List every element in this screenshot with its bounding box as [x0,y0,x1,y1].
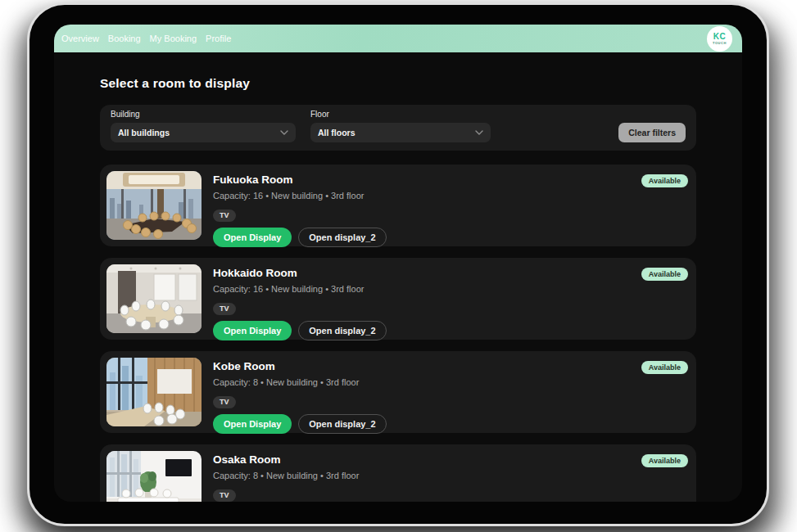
room-tags: TV [213,486,690,502]
room-details: Capacity: 8 • New building • 3rd floor [213,378,690,387]
open-display-button[interactable]: Open Display [213,228,292,247]
room-info: Hokkaido Room Capacity: 16 • New buildin… [213,264,690,333]
room-card: Osaka Room Capacity: 8 • New building • … [100,444,696,502]
tv-tag: TV [213,396,236,408]
open-display2-button[interactable]: Open display_2 [298,228,386,247]
building-filter-group: Building All buildings [111,110,296,142]
tablet-frame: OverviewBookingMy BookingProfile KC TOUC… [27,2,769,526]
nav-item-my-booking[interactable]: My Booking [150,34,197,43]
room-details: Capacity: 16 • New building • 3rd floor [213,192,690,201]
floor-filter-group: Floor All floors [310,110,491,142]
open-display-button[interactable]: Open Display [213,321,292,340]
logo-text-kc: KC [713,33,726,41]
main-content: Select a room to display Building All bu… [54,76,742,502]
room-info: Fukuoka Room Capacity: 16 • New building… [213,171,690,240]
tv-tag: TV [213,303,236,315]
tv-tag: TV [213,210,236,222]
room-info: Osaka Room Capacity: 8 • New building • … [213,451,690,502]
room-details: Capacity: 16 • New building • 3rd floor [213,285,690,294]
nav-item-profile[interactable]: Profile [206,34,231,43]
nav-item-booking[interactable]: Booking [108,34,141,43]
room-info: Kobe Room Capacity: 8 • New building • 3… [213,358,690,426]
room-photo [106,264,202,333]
room-card: Fukuoka Room Capacity: 16 • New building… [100,165,696,246]
building-filter-label: Building [111,110,296,119]
floor-select[interactable]: All floors [310,123,491,142]
room-name: Fukuoka Room [213,174,690,186]
status-badge: Available [641,361,688,374]
room-photo [106,358,202,426]
room-card: Hokkaido Room Capacity: 16 • New buildin… [100,258,696,340]
room-tags: TV [213,393,690,408]
nav-item-overview[interactable]: Overview [61,34,99,43]
chevron-down-icon [280,130,288,135]
floor-filter-label: Floor [310,110,491,119]
kc-touch-logo: KC TOUCH [707,26,732,52]
room-tags: TV [213,206,690,222]
status-badge: Available [641,454,688,467]
room-photo [106,171,202,240]
room-card: Kobe Room Capacity: 8 • New building • 3… [100,351,696,433]
open-display2-button[interactable]: Open display_2 [298,321,386,340]
chevron-down-icon [475,130,483,135]
room-actions: Open Display Open display_2 [213,228,690,247]
clear-filters-button[interactable]: Clear filters [618,123,686,142]
top-navbar: OverviewBookingMy BookingProfile KC TOUC… [54,25,742,52]
building-select[interactable]: All buildings [111,123,296,142]
logo-text-touch: TOUCH [713,42,727,45]
room-name: Hokkaido Room [213,268,690,279]
room-list: Fukuoka Room Capacity: 16 • New building… [100,165,696,502]
nav-menu: OverviewBookingMy BookingProfile [61,34,231,43]
tv-tag: TV [213,489,236,502]
status-badge: Available [641,268,688,281]
room-details: Capacity: 8 • New building • 3rd floor [213,471,690,480]
room-photo [106,451,202,502]
building-select-value: All buildings [118,128,170,138]
open-display-button[interactable]: Open Display [213,414,292,434]
filter-bar: Building All buildings Floor All floors … [100,105,696,151]
app-screen: OverviewBookingMy BookingProfile KC TOUC… [54,25,742,502]
room-name: Kobe Room [213,361,690,372]
status-badge: Available [641,174,688,187]
room-actions: Open Display Open display_2 [213,414,690,434]
open-display2-button[interactable]: Open display_2 [298,414,386,434]
room-name: Osaka Room [213,454,690,466]
room-tags: TV [213,300,690,315]
room-actions: Open Display Open display_2 [213,321,690,340]
floor-select-value: All floors [318,128,355,138]
page-title: Select a room to display [100,76,696,91]
